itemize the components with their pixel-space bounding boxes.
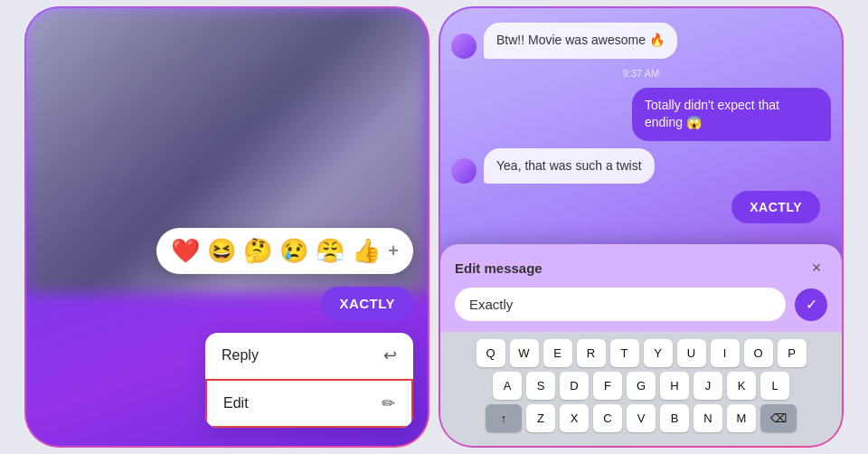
edit-menu-item[interactable]: Edit ✏ xyxy=(205,379,413,428)
edit-message-input[interactable] xyxy=(455,288,786,321)
close-button[interactable]: × xyxy=(806,257,827,279)
key-s[interactable]: S xyxy=(526,372,555,400)
emoji-cry[interactable]: 😢 xyxy=(279,237,308,265)
key-x[interactable]: X xyxy=(560,404,589,432)
emoji-thumbsup[interactable]: 👍 xyxy=(352,237,381,265)
emoji-angry[interactable]: 😤 xyxy=(316,237,344,265)
table-row: Totally didn't expect that ending 😱 xyxy=(451,88,831,141)
avatar xyxy=(451,33,476,59)
reply-icon: ↩ xyxy=(383,345,397,365)
emoji-more-button[interactable]: + xyxy=(388,241,399,261)
key-g[interactable]: G xyxy=(627,372,656,400)
key-p[interactable]: P xyxy=(778,339,807,367)
outgoing-message: Totally didn't expect that ending 😱 xyxy=(632,88,831,141)
key-w[interactable]: W xyxy=(510,339,539,367)
key-l[interactable]: L xyxy=(760,372,789,400)
edit-icon: ✏ xyxy=(382,393,395,413)
key-i[interactable]: I xyxy=(711,339,740,367)
key-z[interactable]: Z xyxy=(526,404,555,432)
table-row: Btw!! Movie was awesome 🔥 xyxy=(451,23,831,59)
message-text: Btw!! Movie was awesome 🔥 xyxy=(496,33,665,47)
key-y[interactable]: Y xyxy=(644,339,673,367)
key-c[interactable]: C xyxy=(593,404,622,432)
key-b[interactable]: B xyxy=(660,404,689,432)
table-row: Yea, that was such a twist xyxy=(451,148,831,184)
table-row: XACTLY xyxy=(451,191,831,223)
emoji-heart[interactable]: ❤️ xyxy=(171,237,200,265)
reply-label: Reply xyxy=(222,347,259,364)
xactly-message-bubble: XACTLY xyxy=(321,287,413,320)
keyboard-row-3: ↑ Z X C V B N M ⌫ xyxy=(444,404,838,432)
keyboard-row-1: Q W E R T Y U I O P xyxy=(444,339,838,367)
key-h[interactable]: H xyxy=(660,372,689,400)
key-r[interactable]: R xyxy=(577,339,606,367)
key-e[interactable]: E xyxy=(543,339,572,367)
checkmark-icon: ✓ xyxy=(806,296,817,313)
edit-modal-title: Edit message xyxy=(455,260,542,276)
key-n[interactable]: N xyxy=(693,404,722,432)
incoming-message: Btw!! Movie was awesome 🔥 xyxy=(484,23,677,59)
edit-label: Edit xyxy=(223,395,249,411)
key-k[interactable]: K xyxy=(727,372,756,400)
reply-menu-item[interactable]: Reply ↩ xyxy=(205,333,413,379)
emoji-laugh[interactable]: 😆 xyxy=(207,237,236,265)
edit-modal-header: Edit message × xyxy=(440,244,842,288)
key-t[interactable]: T xyxy=(610,339,639,367)
key-backspace[interactable]: ⌫ xyxy=(760,404,797,432)
edit-message-modal: Edit message × ✓ Q W E xyxy=(440,244,842,446)
context-menu: Reply ↩ Edit ✏ xyxy=(205,333,413,428)
emoji-think[interactable]: 🤔 xyxy=(243,237,272,265)
key-shift[interactable]: ↑ xyxy=(486,404,522,432)
edit-input-row: ✓ xyxy=(440,288,842,332)
key-m[interactable]: M xyxy=(727,404,756,432)
message-text: Yea, that was such a twist xyxy=(496,158,642,173)
key-a[interactable]: A xyxy=(493,372,522,400)
key-f[interactable]: F xyxy=(593,372,622,400)
avatar xyxy=(451,158,476,184)
key-u[interactable]: U xyxy=(677,339,706,367)
key-o[interactable]: O xyxy=(744,339,773,367)
left-phone: ❤️ 😆 🤔 😢 😤 👍 + XACTLY Reply ↩ xyxy=(24,6,429,448)
keyboard-row-2: A S D F G H J K L xyxy=(444,372,838,400)
send-edit-button[interactable]: ✓ xyxy=(795,288,827,321)
key-q[interactable]: Q xyxy=(476,339,505,367)
xactly-outgoing-bubble: XACTLY xyxy=(731,191,820,223)
key-v[interactable]: V xyxy=(627,404,656,432)
key-d[interactable]: D xyxy=(560,372,589,400)
message-text: Totally didn't expect that ending 😱 xyxy=(645,98,779,130)
incoming-message: Yea, that was such a twist xyxy=(484,148,655,184)
message-timestamp: 9:37 AM xyxy=(451,68,831,79)
right-phone: Btw!! Movie was awesome 🔥 9:37 AM Totall… xyxy=(439,6,844,448)
key-j[interactable]: J xyxy=(693,372,722,400)
virtual-keyboard: Q W E R T Y U I O P A xyxy=(440,332,842,446)
emoji-reaction-bar[interactable]: ❤️ 😆 🤔 😢 😤 👍 + xyxy=(156,228,413,274)
phones-container: ❤️ 😆 🤔 😢 😤 👍 + XACTLY Reply ↩ xyxy=(19,1,849,453)
